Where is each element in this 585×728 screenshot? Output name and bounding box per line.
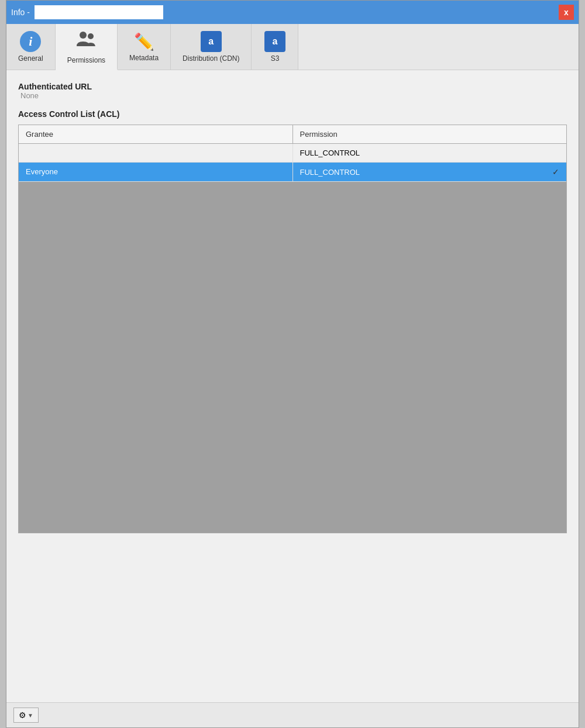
acl-table-header: Grantee Permission <box>19 125 566 144</box>
auth-url-title: Authenticated URL <box>18 82 567 91</box>
acl-row-1-grantee: Everyone <box>19 163 293 181</box>
info-icon: i <box>20 31 41 52</box>
tab-s3-label: S3 <box>271 54 280 63</box>
tab-metadata[interactable]: ✏️ Metadata <box>118 24 171 70</box>
tab-permissions[interactable]: Permissions <box>56 24 118 70</box>
acl-row-0[interactable]: FULL_CONTROL <box>19 144 566 163</box>
tab-s3[interactable]: a S3 <box>252 24 298 70</box>
pencil-icon: ✏️ <box>134 32 154 51</box>
acl-row-0-permission-value: FULL_CONTROL <box>300 149 360 157</box>
tab-bar: i General Permissions ✏️ Metadata a <box>6 24 579 70</box>
title-bar-title: Info - <box>11 5 163 19</box>
tab-metadata-label: Metadata <box>129 54 159 62</box>
acl-row-0-grantee <box>19 144 293 162</box>
tab-general-label: General <box>18 54 43 63</box>
acl-row-1-permission-value: FULL_CONTROL <box>300 168 360 177</box>
gear-icon: ⚙ <box>19 710 26 720</box>
tab-distribution[interactable]: a Distribution (CDN) <box>171 24 252 70</box>
acl-empty-area <box>19 182 566 533</box>
title-bar: Info - x <box>6 1 579 24</box>
acl-section: Access Control List (ACL) Grantee Permis… <box>18 109 567 533</box>
gear-dropdown-caret: ▼ <box>27 712 33 719</box>
acl-row-1[interactable]: Everyone FULL_CONTROL ✓ <box>19 163 566 182</box>
title-input[interactable] <box>35 5 163 19</box>
tab-general[interactable]: i General <box>6 24 56 70</box>
acl-row-0-permission: FULL_CONTROL <box>293 144 567 162</box>
distribution-icon: a <box>201 31 222 52</box>
auth-url-value: None <box>18 91 567 100</box>
acl-col-grantee: Grantee <box>19 125 293 143</box>
acl-col-permission: Permission <box>293 125 567 143</box>
window-title: Info - <box>11 8 30 17</box>
svg-point-0 <box>80 32 87 39</box>
tab-permissions-label: Permissions <box>67 56 105 64</box>
footer: ⚙ ▼ <box>6 702 579 727</box>
close-button[interactable]: x <box>559 5 574 20</box>
permissions-icon <box>75 29 97 54</box>
main-window: Info - x i General Permissions ✏️ <box>6 0 579 728</box>
auth-url-section: Authenticated URL None <box>18 82 567 100</box>
gear-dropdown-button[interactable]: ⚙ ▼ <box>13 708 39 723</box>
s3-icon: a <box>264 31 285 52</box>
acl-container: Grantee Permission FULL_CONTROL Everyone… <box>18 125 567 533</box>
acl-title: Access Control List (ACL) <box>18 109 567 119</box>
acl-row-1-permission: FULL_CONTROL ✓ <box>293 163 567 181</box>
tab-distribution-label: Distribution (CDN) <box>183 54 239 63</box>
permission-dropdown-arrow[interactable]: ✓ <box>552 167 559 177</box>
content-area: Authenticated URL None Access Control Li… <box>6 70 579 702</box>
svg-point-1 <box>88 33 94 39</box>
